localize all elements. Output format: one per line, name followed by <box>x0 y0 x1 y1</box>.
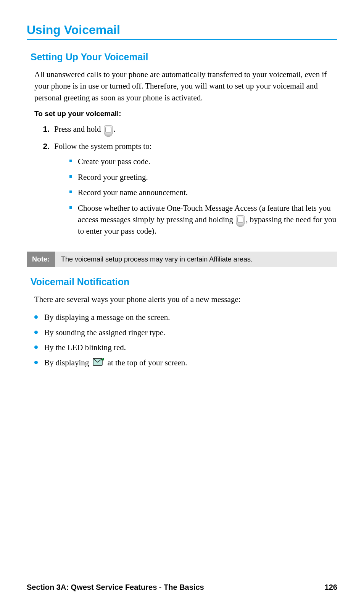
section-heading-notification: Voicemail Notification <box>31 276 337 287</box>
note-label: Note: <box>27 252 55 267</box>
list-item: By sounding the assigned ringer type. <box>34 326 337 339</box>
section-heading-setup: Setting Up Your Voicemail <box>31 52 337 63</box>
notification-list: By displaying a message on the screen. B… <box>34 311 337 369</box>
sub-item: Record your name announcement. <box>69 187 337 198</box>
page-footer: Section 3A: Qwest Service Features - The… <box>27 583 337 592</box>
steps-list: 1. Press and hold . 2. Follow the system… <box>34 123 337 241</box>
intro-paragraph: All unanswered calls to your phone are a… <box>34 69 337 103</box>
envelope-icon <box>93 358 104 371</box>
sub-list: Create your pass code. Record your greet… <box>69 156 337 237</box>
sub-item: Choose whether to activate One-Touch Mes… <box>69 202 337 237</box>
notification-intro: There are several ways your phone alerts… <box>34 294 337 305</box>
step-item: 1. Press and hold . <box>34 123 337 135</box>
list-text-end: at the top of your screen. <box>108 358 187 367</box>
document-page: Using Voicemail Setting Up Your Voicemai… <box>0 0 364 607</box>
list-item: By displaying a message on the screen. <box>34 311 337 324</box>
step-text: Press and hold <box>54 124 103 134</box>
list-text: By displaying <box>44 358 91 367</box>
list-item: By displaying at the top of your screen. <box>34 357 337 370</box>
sub-item: Record your greeting. <box>69 171 337 183</box>
instruction-label: To set up your voicemail: <box>34 110 337 118</box>
page-title: Using Voicemail <box>27 23 337 40</box>
step-number: 2. <box>34 140 54 241</box>
phone-key-icon <box>104 125 113 137</box>
phone-key-icon <box>236 215 245 227</box>
step-item: 2. Follow the system prompts to: Create … <box>34 140 337 241</box>
sub-item: Create your pass code. <box>69 156 337 167</box>
step-body: Follow the system prompts to: Create you… <box>54 140 337 241</box>
step-text: Follow the system prompts to: <box>54 142 152 151</box>
note-box: Note: The voicemail setup process may va… <box>27 252 337 267</box>
footer-section: Section 3A: Qwest Service Features - The… <box>27 583 204 592</box>
step-body: Press and hold . <box>54 123 337 135</box>
list-item: By the LED blinking red. <box>34 341 337 354</box>
step-text-end: . <box>114 124 116 134</box>
note-text: The voicemail setup process may vary in … <box>55 252 337 267</box>
step-number: 1. <box>34 123 54 135</box>
footer-page-number: 126 <box>325 583 337 592</box>
